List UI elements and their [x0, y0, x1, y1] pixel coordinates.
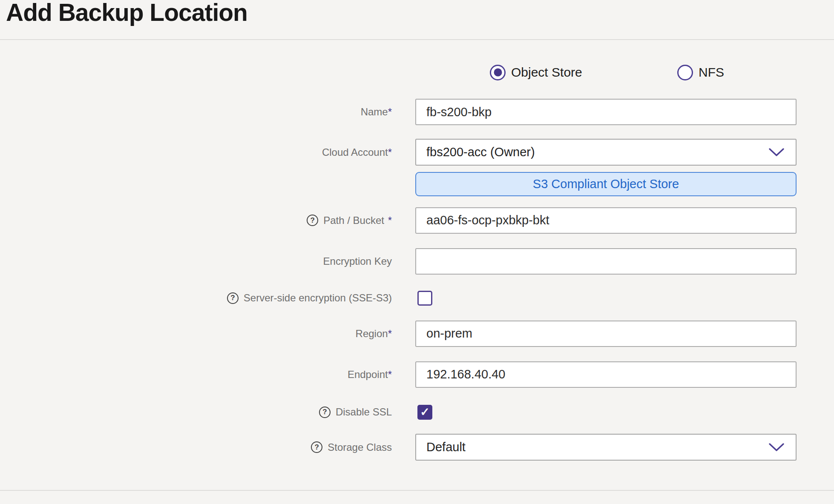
- endpoint-input[interactable]: [415, 361, 797, 388]
- cloud-account-value: fbs200-acc (Owner): [426, 145, 535, 159]
- path-bucket-label: Path / Bucket *: [323, 215, 392, 226]
- required-marker: *: [388, 215, 392, 226]
- backup-type-radio-group: Object Store NFS: [0, 60, 809, 85]
- chevron-down-icon: [768, 148, 785, 157]
- radio-nfs-label: NFS: [699, 65, 724, 80]
- encryption-key-label: Encryption Key: [323, 255, 392, 267]
- radio-nfs[interactable]: NFS: [677, 65, 724, 80]
- page-title: Add Backup Location: [6, 0, 247, 26]
- path-bucket-input[interactable]: [415, 207, 797, 234]
- name-input[interactable]: [415, 99, 797, 125]
- region-label: Region*: [356, 328, 392, 340]
- disable-ssl-row: ? Disable SSL ✓: [0, 404, 809, 420]
- region-row: Region*: [0, 320, 809, 347]
- cloud-account-label: Cloud Account*: [322, 146, 392, 158]
- radio-object-store-label: Object Store: [511, 65, 582, 80]
- path-bucket-row: ? Path / Bucket *: [0, 207, 809, 234]
- disable-ssl-label: Disable SSL: [336, 406, 392, 418]
- storage-class-value: Default: [426, 440, 466, 454]
- name-label: Name*: [361, 106, 392, 118]
- required-marker: *: [388, 106, 392, 117]
- radio-object-store[interactable]: Object Store: [490, 65, 582, 80]
- encryption-key-input[interactable]: [415, 248, 797, 275]
- cloud-account-select[interactable]: fbs200-acc (Owner): [415, 139, 797, 166]
- endpoint-label: Endpoint*: [348, 369, 392, 381]
- region-input[interactable]: [415, 321, 797, 347]
- name-row: Name*: [0, 99, 809, 125]
- radio-object-store-icon[interactable]: [490, 65, 506, 80]
- radio-nfs-icon[interactable]: [677, 65, 693, 80]
- endpoint-row: Endpoint*: [0, 361, 809, 388]
- cloud-account-row: Cloud Account* fbs200-acc (Owner): [0, 139, 809, 166]
- encryption-key-row: Encryption Key: [0, 248, 809, 275]
- sse-label: Server-side encryption (SSE-S3): [244, 292, 392, 304]
- s3-compliant-banner[interactable]: S3 Compliant Object Store: [415, 172, 797, 196]
- footer-divider: [0, 490, 834, 491]
- help-icon[interactable]: ?: [227, 292, 239, 304]
- disable-ssl-checkbox[interactable]: ✓: [417, 405, 432, 420]
- header-divider: [0, 39, 834, 40]
- storage-class-label: Storage Class: [328, 441, 392, 453]
- help-icon[interactable]: ?: [319, 407, 331, 418]
- storage-class-select[interactable]: Default: [415, 434, 797, 461]
- help-icon[interactable]: ?: [307, 215, 318, 226]
- s3-banner-row: S3 Compliant Object Store: [0, 172, 809, 196]
- required-marker: *: [388, 328, 392, 339]
- checkmark-icon: ✓: [420, 407, 430, 418]
- required-marker: *: [388, 146, 392, 158]
- sse-checkbox[interactable]: ✓: [417, 291, 432, 306]
- chevron-down-icon: [768, 443, 785, 452]
- storage-class-row: ? Storage Class Default: [0, 434, 809, 461]
- help-icon[interactable]: ?: [311, 441, 322, 453]
- sse-row: ? Server-side encryption (SSE-S3) ✓: [0, 290, 809, 306]
- required-marker: *: [388, 369, 392, 380]
